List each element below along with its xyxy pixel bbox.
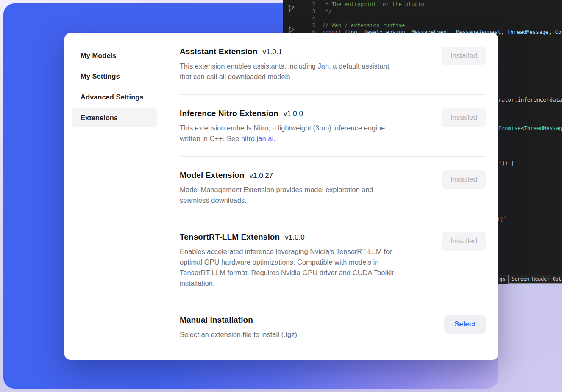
code-fragment: ')) {: [498, 160, 515, 167]
installed-button: Installed: [442, 108, 486, 127]
code-lines: 2 * The entrypoint for the plugin.3 */45…: [299, 1, 562, 36]
nitro-jan-ai-link[interactable]: nitro.jan.ai.: [241, 135, 275, 142]
extension-version: v1.0.0: [285, 233, 304, 242]
extension-description: This extension embeds Nitro, a lightweig…: [180, 123, 432, 144]
extension-title: TensortRT-LLM Extension: [180, 232, 280, 242]
status-text: go: [499, 276, 505, 283]
extension-description: Enables accelerated inference leveraging…: [180, 246, 432, 289]
extension-version: v1.0.1: [263, 48, 282, 56]
code-fragment: rator.inference(data));: [498, 97, 562, 104]
extension-version: v1.0.27: [249, 171, 273, 180]
installed-button: Installed: [442, 170, 486, 189]
extension-description: This extension enables assistants, inclu…: [180, 61, 432, 82]
installed-button: Installed: [442, 47, 486, 65]
code-fragment: Promise<ThreadMessage>: [498, 125, 562, 132]
extension-row-nitro: Inference Nitro Extension v1.0.0 This ex…: [180, 95, 486, 157]
settings-sidebar: My Models My Settings Advanced Settings …: [64, 33, 165, 360]
extension-row-model: Model Extension v1.0.27 Model Management…: [180, 157, 486, 218]
extension-title: Inference Nitro Extension: [180, 109, 278, 118]
code-fragment: t}`: [497, 216, 507, 223]
extension-row-assistant: Assistant Extension v1.0.1 This extensio…: [180, 33, 486, 95]
settings-modal: My Models My Settings Advanced Settings …: [64, 33, 498, 360]
sidebar-item-extensions[interactable]: Extensions: [72, 108, 157, 127]
extension-row-tensorrt: TensortRT-LLM Extension v1.0.0 Enables a…: [180, 218, 486, 301]
extension-version: v1.0.0: [284, 110, 303, 118]
manual-installation-description: Select an extension file to install (.tg…: [180, 329, 434, 340]
extension-description: Model Management Extension provides mode…: [180, 185, 432, 206]
extension-title: Model Extension: [180, 171, 244, 180]
select-file-button[interactable]: Select: [444, 315, 486, 334]
extensions-panel: Assistant Extension v1.0.1 This extensio…: [165, 33, 498, 360]
installed-button: Installed: [442, 232, 486, 251]
sidebar-item-advanced-settings[interactable]: Advanced Settings: [72, 87, 157, 107]
description-text: This extension embeds Nitro, a lightweig…: [180, 124, 385, 142]
git-branch-icon[interactable]: [287, 4, 295, 15]
sidebar-item-my-settings[interactable]: My Settings: [72, 66, 157, 86]
sidebar-item-my-models[interactable]: My Models: [72, 46, 157, 65]
desktop: 2 * The entrypoint for the plugin.3 */45…: [0, 0, 562, 392]
screen-reader-badge[interactable]: Screen Reader Optimized: [508, 275, 562, 284]
extension-title: Assistant Extension: [180, 47, 258, 56]
manual-installation-title: Manual Installation: [180, 315, 253, 325]
manual-installation-row: Manual Installation Select an extension …: [180, 301, 486, 352]
